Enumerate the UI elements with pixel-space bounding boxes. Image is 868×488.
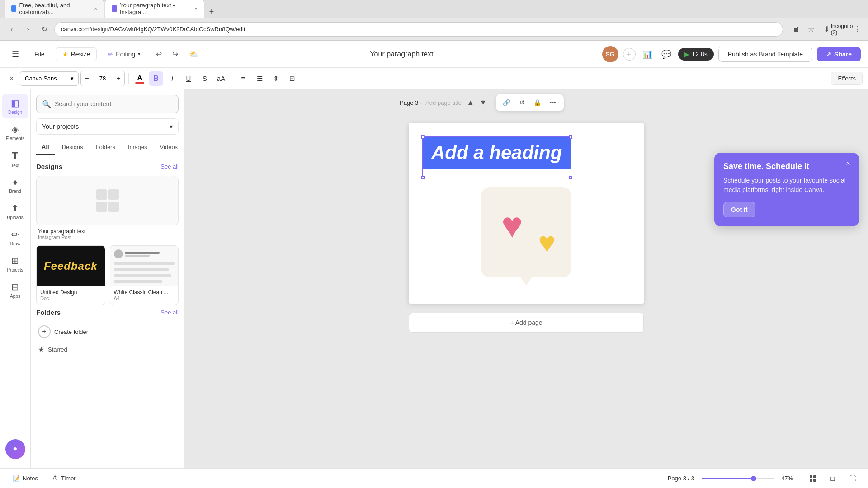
tab-all[interactable]: All xyxy=(36,140,55,155)
element-more-icon[interactable]: ••• xyxy=(547,96,559,109)
close-tab-1[interactable]: × xyxy=(94,6,97,11)
bookmark-icon[interactable]: ☆ xyxy=(806,24,816,35)
list-button[interactable]: ☰ xyxy=(252,71,267,86)
popup-cta-button[interactable]: Got it xyxy=(723,202,755,217)
search-box[interactable]: 🔍 xyxy=(36,95,179,113)
create-folder-button[interactable]: + Create folder xyxy=(36,322,179,342)
zoom-track[interactable] xyxy=(702,478,774,479)
font-family-selector[interactable]: Canva Sans ▾ xyxy=(20,71,79,86)
share-button[interactable]: ↗ Share xyxy=(817,47,861,61)
design-card-white-clean[interactable]: White Classic Clean ... A4 xyxy=(110,245,179,305)
page-nav-up[interactable]: ▲ xyxy=(465,97,476,108)
sidebar-item-projects[interactable]: ⊞ Projects xyxy=(2,252,28,276)
sidebar-item-draw[interactable]: ✏ Draw xyxy=(2,225,28,250)
font-size-decrease-button[interactable]: − xyxy=(81,71,93,86)
project-selector[interactable]: Your projects ▾ xyxy=(36,118,179,135)
publish-brand-template-button[interactable]: Publish as Brand Template xyxy=(718,47,812,62)
search-input[interactable] xyxy=(55,100,173,108)
fullscreen-button[interactable]: ⛶ xyxy=(846,472,859,485)
font-size-increase-button[interactable]: + xyxy=(113,71,124,86)
grid-cell-4 xyxy=(108,202,119,212)
zoom-thumb[interactable] xyxy=(751,476,756,481)
new-tab-button[interactable]: + xyxy=(205,5,218,18)
add-collaborator-button[interactable]: + xyxy=(623,48,636,61)
timer-button[interactable]: ▶ 12.8s xyxy=(678,48,714,61)
editing-button[interactable]: ✏ Editing ▾ xyxy=(101,48,147,61)
spacing-button[interactable]: ⇕ xyxy=(269,71,283,86)
sidebar-item-apps[interactable]: ⊟ Apps xyxy=(2,278,28,302)
page-nav-down[interactable]: ▼ xyxy=(478,97,489,108)
starred-folder[interactable]: ★ Starred xyxy=(36,342,179,357)
content-panel: 🔍 Your projects ▾ All Designs Folders Im… xyxy=(31,89,184,468)
tab-images[interactable]: Images xyxy=(123,140,153,155)
underline-button[interactable]: U xyxy=(181,71,196,86)
close-tab-2[interactable]: × xyxy=(195,6,198,11)
element-edit-icon[interactable]: 🔗 xyxy=(500,96,513,109)
font-size-value[interactable]: 78 xyxy=(94,71,112,86)
comments-button[interactable]: 💬 xyxy=(659,47,674,61)
element-link-icon[interactable]: ↺ xyxy=(516,96,528,109)
list-view-button[interactable]: ⊟ xyxy=(826,472,839,485)
back-button[interactable]: ‹ xyxy=(5,23,18,36)
corner-br[interactable] xyxy=(569,176,572,179)
page-title-placeholder[interactable]: Add page title xyxy=(425,99,462,106)
more-options-icon[interactable]: ⋮ xyxy=(852,24,863,35)
download-icon[interactable]: ⬇ xyxy=(821,24,832,35)
reload-button[interactable]: ↻ xyxy=(38,23,51,36)
notes-button[interactable]: 📝 Notes xyxy=(9,473,42,483)
design-card-feedback[interactable]: Feedback Untitled Design Doc xyxy=(36,245,105,305)
more-format-button[interactable]: ⊞ xyxy=(285,71,299,86)
file-button[interactable]: File xyxy=(28,48,51,61)
corner-bl[interactable] xyxy=(421,176,425,179)
grid-view-button[interactable] xyxy=(807,472,819,485)
close-formatting-button[interactable]: × xyxy=(5,72,18,85)
font-size-control: − 78 + xyxy=(80,71,125,86)
tab-videos[interactable]: Videos xyxy=(155,140,184,155)
designs-see-all[interactable]: See all xyxy=(160,163,179,170)
folders-see-all[interactable]: See all xyxy=(160,309,179,316)
bubble-container: ♥ ♥ xyxy=(481,187,571,277)
browser-tab-2[interactable]: Your paragraph text - Instagra... × xyxy=(105,0,204,18)
sidebar-item-text[interactable]: T Text xyxy=(2,146,28,172)
case-button[interactable]: aA xyxy=(214,71,228,86)
popup-close-button[interactable]: × xyxy=(843,158,854,169)
canvas-inner: Add a heading xyxy=(409,123,644,304)
strikethrough-button[interactable]: S xyxy=(198,71,212,86)
canvas-card[interactable]: Add a heading xyxy=(409,123,644,304)
timer-button-bottom[interactable]: ⏱ Timer xyxy=(49,473,80,483)
bold-button[interactable]: B xyxy=(149,71,163,86)
favicon-2 xyxy=(112,5,117,12)
align-button[interactable]: ≡ xyxy=(236,71,250,86)
heading-element[interactable]: Add a heading xyxy=(422,136,571,178)
cast-icon[interactable]: 🖥 xyxy=(790,24,801,35)
address-input[interactable]: canva.com/design/DAGVwk84gKQ/2TWv0K2DrCA… xyxy=(54,22,783,37)
effects-button[interactable]: Effects xyxy=(831,72,863,85)
element-lock-icon[interactable]: 🔒 xyxy=(531,96,544,109)
italic-button[interactable]: I xyxy=(165,71,179,86)
resize-button[interactable]: ★ Resize xyxy=(56,47,97,61)
browser-tab-1[interactable]: Free, beautiful, and customizab... × xyxy=(5,0,104,18)
text-color-button[interactable]: A xyxy=(132,71,147,86)
sidebar-item-elements[interactable]: ◈ Elements xyxy=(2,120,28,145)
add-page-button[interactable]: + Add page xyxy=(409,313,644,333)
user-avatar[interactable]: SG xyxy=(602,46,618,62)
tab-designs[interactable]: Designs xyxy=(57,140,89,155)
format-divider-2 xyxy=(232,73,232,84)
cloud-save-button[interactable]: ⛅ xyxy=(187,47,201,61)
undo-button[interactable]: ↩ xyxy=(151,47,166,61)
menu-icon[interactable]: ☰ xyxy=(7,46,24,62)
sidebar-item-design[interactable]: ◧ Design xyxy=(2,94,28,118)
design-card-large[interactable] xyxy=(36,176,179,225)
forward-button[interactable]: › xyxy=(22,23,34,36)
magic-button[interactable]: ✦ xyxy=(5,439,25,459)
sidebar-item-brand[interactable]: ♦ Brand xyxy=(2,174,28,197)
document-title[interactable]: Your paragraph text xyxy=(370,50,433,58)
folders-section-header: Folders See all xyxy=(36,309,179,316)
analytics-button[interactable]: 📊 xyxy=(640,47,655,61)
redo-button[interactable]: ↪ xyxy=(168,47,182,61)
tab-folders[interactable]: Folders xyxy=(90,140,121,155)
sidebar-item-uploads[interactable]: ⬆ Uploads xyxy=(2,199,28,224)
share-icon: ↗ xyxy=(826,51,831,58)
white-clean-thumb xyxy=(110,246,179,286)
format-divider-1 xyxy=(128,73,129,84)
